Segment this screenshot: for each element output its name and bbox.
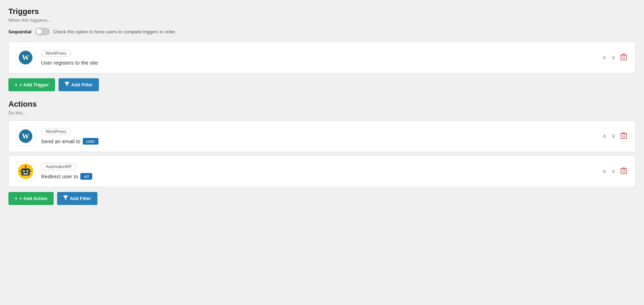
- action-move-down-button-1[interactable]: ∨: [610, 133, 617, 140]
- svg-text:W: W: [22, 53, 29, 61]
- svg-point-14: [25, 166, 27, 167]
- action-tag-user[interactable]: user: [83, 138, 99, 145]
- add-trigger-icon: +: [15, 82, 18, 87]
- action-card-actions-2: ∧ ∨: [601, 166, 628, 177]
- action-logo-1: W: [16, 126, 35, 146]
- svg-rect-17: [621, 169, 626, 174]
- robot-svg: [19, 165, 32, 178]
- action-card-actions-1: ∧ ∨: [601, 131, 628, 141]
- svg-rect-15: [20, 171, 21, 172]
- triggers-subtitle: When this happens...: [8, 18, 636, 23]
- add-action-icon: +: [15, 196, 18, 201]
- action-description-1: Send an email to user: [41, 138, 595, 145]
- action-tag-url[interactable]: url: [80, 173, 92, 180]
- actions-title: Actions: [8, 100, 636, 109]
- trigger-logo-1: W: [16, 48, 35, 67]
- action-move-up-button-2[interactable]: ∧: [601, 168, 608, 175]
- actions-section: Actions Do this...: [8, 100, 636, 115]
- wordpress-action-icon: W: [19, 129, 33, 143]
- add-action-label: + Add Action: [20, 196, 48, 201]
- trash-icon: [621, 53, 627, 60]
- action-content-1: WordPress Send an email to user: [41, 128, 595, 145]
- trash-icon-action2: [621, 167, 627, 174]
- trigger-content-1: WordPress User registers to the site: [41, 50, 595, 66]
- trigger-description-1: User registers to the site: [41, 60, 595, 66]
- toggle-slider: [35, 28, 50, 35]
- svg-rect-3: [621, 55, 626, 60]
- svg-text:W: W: [22, 132, 29, 140]
- action-badge-1: WordPress: [41, 128, 71, 135]
- filter-svg-action-icon: [63, 195, 68, 200]
- triggers-title: Triggers: [8, 7, 636, 16]
- filter-svg-icon: [65, 82, 69, 87]
- sequential-row: Sequential Check this option to force us…: [8, 28, 636, 35]
- action-badge-2: AutomatorWP: [41, 163, 76, 170]
- action-add-filter-label: Add Filter: [70, 196, 91, 201]
- filter-icon-action: [63, 195, 68, 201]
- trigger-card-actions-1: ∧ ∨: [601, 53, 628, 63]
- automatorwp-icon: [18, 164, 33, 179]
- add-trigger-button[interactable]: + + Add Trigger: [8, 78, 55, 91]
- svg-point-11: [27, 171, 28, 172]
- svg-rect-16: [30, 171, 31, 172]
- svg-point-10: [23, 171, 25, 172]
- action-description-2: Redirect user to url: [41, 173, 595, 180]
- sequential-label: Sequential: [8, 29, 32, 34]
- trigger-card-1: W WordPress User registers to the site ∧…: [8, 42, 636, 73]
- trigger-add-filter-button[interactable]: Add Filter: [59, 78, 99, 91]
- trigger-badge-1: WordPress: [41, 50, 71, 57]
- action-desc-prefix-1: Send an email to: [41, 138, 81, 144]
- trigger-buttons-row: + + Add Trigger Add Filter: [8, 78, 636, 91]
- wordpress-icon: W: [19, 51, 33, 65]
- add-trigger-label: + Add Trigger: [20, 82, 49, 87]
- filter-icon-trigger: [65, 82, 69, 88]
- action-logo-2: [16, 161, 35, 181]
- trigger-add-filter-label: Add Filter: [71, 82, 93, 87]
- sequential-description: Check this option to force users to comp…: [53, 29, 176, 34]
- action-add-filter-button[interactable]: Add Filter: [57, 192, 97, 205]
- trigger-delete-button-1[interactable]: [619, 53, 628, 63]
- action-buttons-row: + + Add Action Add Filter: [8, 192, 636, 205]
- svg-rect-12: [23, 173, 28, 174]
- svg-rect-6: [621, 134, 626, 139]
- trigger-move-down-button-1[interactable]: ∨: [610, 54, 617, 61]
- action-delete-button-2[interactable]: [619, 166, 628, 177]
- action-card-1: W WordPress Send an email to user ∧ ∨: [8, 120, 636, 152]
- sequential-toggle[interactable]: [35, 28, 50, 35]
- action-desc-prefix-2: Redirect user to: [41, 173, 78, 179]
- actions-subtitle: Do this...: [8, 110, 636, 115]
- trigger-move-up-button-1[interactable]: ∧: [601, 54, 608, 61]
- action-move-up-button-1[interactable]: ∧: [601, 133, 608, 140]
- action-content-2: AutomatorWP Redirect user to url: [41, 163, 595, 180]
- action-move-down-button-2[interactable]: ∨: [610, 168, 617, 175]
- add-action-button[interactable]: + + Add Action: [8, 192, 54, 205]
- action-delete-button-1[interactable]: [619, 131, 628, 141]
- trash-icon-action1: [621, 132, 627, 139]
- action-card-2: AutomatorWP Redirect user to url ∧ ∨: [8, 155, 636, 187]
